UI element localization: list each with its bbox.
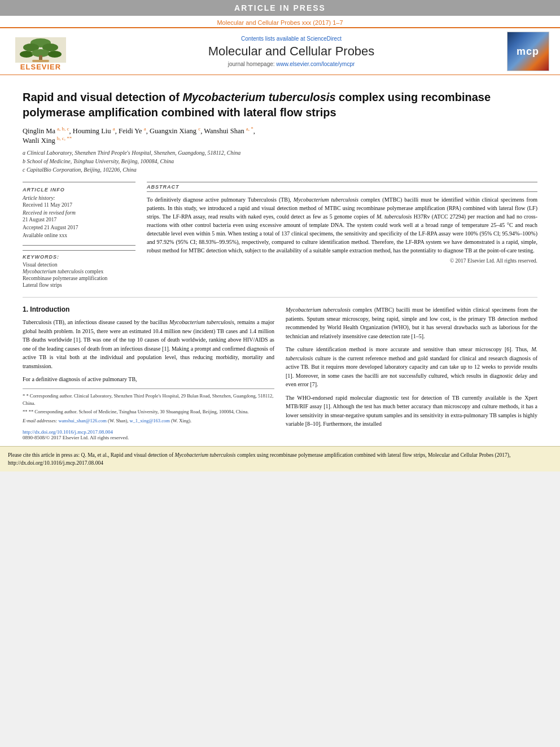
section-divider	[23, 297, 537, 298]
keyword-4: Lateral flow strips	[23, 282, 135, 288]
authors: Qinglin Ma a, b, c, Houming Liu a, Feidi…	[23, 126, 537, 145]
homepage-label: journal homepage:	[228, 61, 275, 67]
email2-link[interactable]: w_1_xing@163.com	[129, 418, 169, 423]
journal-header: ELSEVIER Contents lists available at Sci…	[0, 27, 560, 75]
affiliation-a: a Clinical Laboratory, Shenzhen Third Pe…	[23, 148, 537, 157]
svg-rect-8	[32, 60, 49, 62]
left-sidebar: Article info Article history: Received 1…	[23, 182, 135, 289]
issn-text: 0890-8508/© 2017 Elsevier Ltd. All right…	[23, 435, 274, 440]
keyword-1: Visual detection	[23, 262, 135, 268]
intro-para2: For a definitive diagnosis of active pul…	[23, 375, 274, 384]
mcp-logo-area: mcp	[502, 32, 553, 71]
journal-title: Molecular and Cellular Probes	[80, 44, 502, 59]
article-title: Rapid and visual detection of Mycobacter…	[23, 90, 537, 120]
keywords-box: Keywords: Visual detection Mycobacterium…	[23, 250, 135, 288]
email1-link[interactable]: wanshui_shan@126.com	[58, 418, 107, 423]
footnote-2: ** ** Corresponding author. School of Me…	[23, 408, 274, 416]
elsevier-tree-icon	[15, 37, 66, 63]
article-info-abstract-area: Article info Article history: Received 1…	[23, 182, 537, 289]
homepage-url[interactable]: www.elsevier.com/locate/ymcpr	[276, 61, 355, 67]
mcp-logo: mcp	[507, 32, 549, 71]
article-info-heading: Article info	[23, 187, 135, 193]
title-italic: Mycobacterium tuberculosis	[182, 91, 335, 103]
received-revised-label: Received in revised form	[23, 210, 135, 216]
abstract-text: To definitively diagnose active pulmonar…	[147, 195, 537, 255]
footnotes-area: * * Corresponding author. Clinical Labor…	[23, 388, 274, 425]
contents-label: Contents lists available at	[241, 36, 305, 42]
affiliation-b: b School of Medicine, Tsinghua Universit…	[23, 157, 537, 165]
elsevier-label: ELSEVIER	[20, 63, 61, 71]
svg-point-6	[48, 51, 62, 58]
affiliation-c: c CapitalBio Corporation, Beijing, 10220…	[23, 165, 537, 174]
banner-text: ARTICLE IN PRESS	[234, 3, 326, 12]
body-content: 1. Introduction Tuberculosis (TB), an in…	[23, 305, 537, 440]
journal-homepage: journal homepage: www.elsevier.com/locat…	[80, 61, 502, 67]
right-para3: The WHO-endorsed rapid molecular diagnos…	[286, 394, 537, 429]
doi-link[interactable]: http://dx.doi.org/10.1016/j.mcp.2017.08.…	[23, 429, 274, 435]
elsevier-logo-area: ELSEVIER	[7, 32, 80, 71]
keyword-3: Recombinase polymerase amplification	[23, 276, 135, 281]
journal-link-text: Molecular and Cellular Probes xxx (2017)…	[217, 19, 343, 26]
title-part1: Rapid and visual detection of	[23, 91, 182, 103]
keyword-2: Mycobacterium tuberculosis complex	[23, 269, 135, 274]
footnote-1: * * Corresponding author. Clinical Labor…	[23, 392, 274, 407]
footnote-emails: E-mail addresses: wanshui_shan@126.com (…	[23, 417, 274, 425]
abstract-section: Abstract To definitively diagnose active…	[147, 182, 537, 264]
intro-heading: 1. Introduction	[23, 305, 274, 313]
contents-available: Contents lists available at ScienceDirec…	[80, 36, 502, 42]
sciencedirect-link[interactable]: ScienceDirect	[307, 36, 342, 42]
svg-point-4	[20, 51, 33, 58]
content-area: Rapid and visual detection of Mycobacter…	[0, 75, 560, 446]
history-label: Article history:	[23, 195, 135, 201]
affiliations: a Clinical Laboratory, Shenzhen Third Pe…	[23, 148, 537, 174]
article-in-press-banner: ARTICLE IN PRESS	[0, 0, 560, 16]
right-para2: The culture identification method is mor…	[286, 345, 537, 389]
received-revised-date: 21 August 2017	[23, 217, 135, 222]
abstract-area: Abstract To definitively diagnose active…	[147, 182, 537, 289]
journal-header-center: Contents lists available at ScienceDirec…	[80, 36, 502, 67]
doi-area: http://dx.doi.org/10.1016/j.mcp.2017.08.…	[23, 429, 274, 440]
elsevier-logo: ELSEVIER	[7, 32, 75, 71]
received-date: Received 11 May 2017	[23, 202, 135, 208]
email1-name: (W. Shan),	[108, 418, 128, 423]
journal-link-bar: Molecular and Cellular Probes xxx (2017)…	[0, 16, 560, 27]
abstract-heading: Abstract	[147, 182, 537, 192]
intro-heading-text: 1. Introduction	[23, 305, 69, 313]
available-online: Available online xxx	[23, 233, 135, 238]
accepted-date: Accepted 21 August 2017	[23, 225, 135, 230]
email2-name: (W. Xing).	[171, 418, 191, 423]
body-right-col: Mycobacterium tuberculosis complex (MTBC…	[286, 305, 537, 440]
article-info-box: Article info Article history: Received 1…	[23, 182, 135, 246]
mcp-label: mcp	[517, 46, 539, 58]
body-left-col: 1. Introduction Tuberculosis (TB), an in…	[23, 305, 274, 440]
keywords-heading: Keywords:	[23, 254, 135, 260]
page: ARTICLE IN PRESS Molecular and Cellular …	[0, 0, 560, 471]
copyright: © 2017 Elsevier Ltd. All rights reserved…	[147, 258, 537, 264]
intro-para1: Tuberculosis (TB), an infectious disease…	[23, 318, 274, 370]
citation-bar: Please cite this article in press as: Q.…	[0, 446, 560, 472]
right-para1: Mycobacterium tuberculosis complex (MTBC…	[286, 305, 537, 340]
